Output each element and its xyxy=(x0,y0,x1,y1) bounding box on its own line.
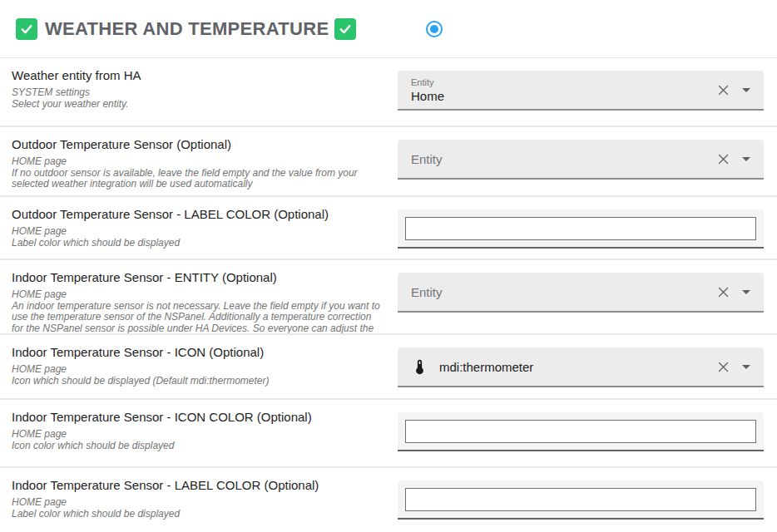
setting-label: Indoor Temperature Sensor - ENTITY (Opti… xyxy=(12,269,381,285)
setting-description: Icon color which should be displayed xyxy=(12,441,381,452)
setting-context: HOME page xyxy=(12,497,381,509)
settings-row: Indoor Temperature Sensor - ENTITY (Opti… xyxy=(0,260,777,335)
setting-context: HOME page xyxy=(12,226,381,238)
setting-label: Indoor Temperature Sensor - ICON COLOR (… xyxy=(12,409,381,425)
settings-row: Indoor Temperature Sensor - ICON (Option… xyxy=(0,335,777,400)
select-placeholder: Entity xyxy=(411,285,443,299)
color-input[interactable] xyxy=(405,420,756,443)
entity-select[interactable]: Entity xyxy=(398,140,764,180)
select-value: mdi:thermometer xyxy=(439,360,533,374)
settings-row: Outdoor Temperature Sensor - LABEL COLOR… xyxy=(0,197,777,260)
select-placeholder: Entity xyxy=(411,152,443,166)
entity-select[interactable]: Entity xyxy=(398,273,764,313)
setting-description: An indoor temperature sensor is not nece… xyxy=(12,301,381,334)
clear-icon[interactable] xyxy=(717,84,730,96)
color-input-container xyxy=(398,412,764,451)
radio-dot xyxy=(430,25,438,33)
dropdown-arrow-icon[interactable] xyxy=(742,365,750,369)
setting-label: Indoor Temperature Sensor - ICON (Option… xyxy=(12,344,381,360)
settings-row: Indoor Temperature Sensor - ICON COLOR (… xyxy=(0,400,777,468)
section-title: WEATHER AND TEMPERATURE xyxy=(45,18,329,40)
settings-row: Outdoor Temperature Sensor (Optional)HOM… xyxy=(0,127,777,197)
setting-context: HOME page xyxy=(12,156,381,168)
setting-label: Outdoor Temperature Sensor (Optional) xyxy=(12,136,381,152)
section-checkbox-left[interactable] xyxy=(16,18,37,40)
setting-description: If no outdoor sensor is available, leave… xyxy=(12,168,381,190)
dropdown-arrow-icon[interactable] xyxy=(742,88,750,92)
setting-description: Icon which should be displayed (Default … xyxy=(12,376,381,387)
clear-icon[interactable] xyxy=(717,361,730,373)
setting-label: Weather entity from HA xyxy=(12,67,381,83)
setting-description: Select your weather entity. xyxy=(12,99,381,111)
dropdown-arrow-icon[interactable] xyxy=(742,290,750,294)
entity-select[interactable]: mdi:thermometer xyxy=(398,347,764,387)
settings-row: Indoor Temperature Sensor - LABEL COLOR … xyxy=(0,468,777,532)
setting-context: HOME page xyxy=(12,429,381,441)
thermometer-icon xyxy=(411,358,428,376)
entity-select[interactable]: EntityHome xyxy=(398,71,764,111)
checkmark-icon xyxy=(338,22,353,37)
setting-context: HOME page xyxy=(12,289,381,301)
section-checkbox-right[interactable] xyxy=(334,18,356,40)
color-input[interactable] xyxy=(405,488,756,511)
setting-description: Label color which should be displayed xyxy=(12,509,381,520)
color-input-container xyxy=(398,209,764,249)
settings-row: Weather entity from HASYSTEM settingsSel… xyxy=(0,58,777,127)
select-value: Home xyxy=(411,89,444,103)
section-header: WEATHER AND TEMPERATURE xyxy=(0,0,777,58)
select-floating-label: Entity xyxy=(411,77,444,87)
color-input[interactable] xyxy=(405,217,756,240)
setting-context: SYSTEM settings xyxy=(12,87,381,99)
checkmark-icon xyxy=(19,22,34,37)
clear-icon[interactable] xyxy=(717,153,730,165)
clear-icon[interactable] xyxy=(717,286,730,298)
settings-rows: Weather entity from HASYSTEM settingsSel… xyxy=(0,58,777,532)
color-input-container xyxy=(398,480,764,520)
dropdown-arrow-icon[interactable] xyxy=(742,157,750,161)
setting-label: Outdoor Temperature Sensor - LABEL COLOR… xyxy=(12,206,381,222)
setting-description: Label color which should be displayed xyxy=(12,238,381,249)
blue-radio-button[interactable] xyxy=(426,21,443,37)
setting-label: Indoor Temperature Sensor - LABEL COLOR … xyxy=(12,477,381,493)
setting-context: HOME page xyxy=(12,364,381,376)
